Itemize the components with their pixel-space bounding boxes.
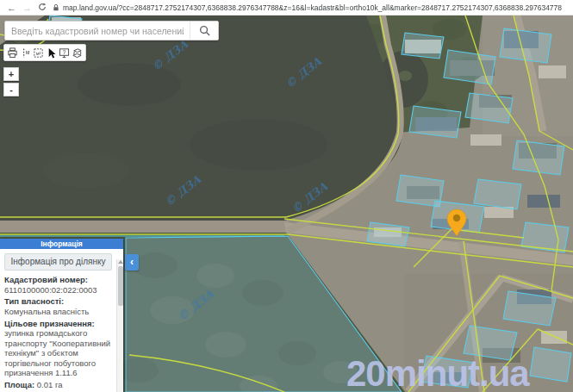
panel-scrollbar[interactable]	[116, 259, 123, 392]
field-value: Комунальна власність	[4, 307, 89, 316]
field-value: 6110100000:02:022:0003	[4, 285, 97, 295]
scroll-up-arrow[interactable]	[118, 260, 123, 264]
field-cadastral-number: Кадастровий номер: 6110100000:02:022:000…	[4, 275, 112, 295]
info-panel-body: Інформація про ділянку Кадастровий номер…	[0, 249, 123, 392]
measure-length-icon[interactable]: м	[19, 46, 32, 59]
browser-chrome: ← → map.land.gov.ua/?cc=2848717.27521743…	[0, 0, 573, 16]
select-cursor-icon[interactable]	[45, 46, 58, 59]
field-label: Цільове призначення:	[4, 319, 95, 328]
reload-icon[interactable]	[38, 0, 47, 16]
layers-polygon-icon[interactable]	[71, 46, 84, 59]
url-text: map.land.gov.ua/?cc=2848717.2752174307,6…	[63, 3, 562, 12]
info-panel: Інформація Інформація про ділянку Кадаст…	[0, 239, 123, 392]
address-bar[interactable]: map.land.gov.ua/?cc=2848717.2752174307,6…	[53, 3, 566, 12]
panel-collapse-button[interactable]: ‹	[125, 254, 139, 271]
back-icon[interactable]: ←	[7, 0, 16, 16]
dam-road	[0, 221, 289, 233]
field-label: Кадастровий номер:	[4, 275, 88, 284]
field-designated-purpose: Цільове призначення: зупинка громадськог…	[4, 319, 112, 378]
zoom-controls: + -	[3, 67, 19, 96]
field-value: 0.01 га	[37, 380, 63, 389]
field-area: Площа: 0.01 га	[4, 380, 112, 390]
search-icon	[199, 25, 210, 36]
parcel-info-title: Інформація про ділянку	[4, 253, 112, 271]
svg-text:м²: м²	[36, 51, 41, 56]
svg-text:м: м	[26, 49, 30, 55]
padlock-icon	[53, 3, 59, 12]
brand-watermark: 20minut.ua	[346, 353, 530, 392]
identify-screen-icon[interactable]: ?	[58, 46, 71, 59]
zoom-out-button[interactable]: -	[3, 83, 19, 96]
search-button[interactable]	[190, 22, 218, 40]
map-viewport[interactable]: © ДЗА © ДЗА © ДЗА © ДЗА © ДЗА 20minut.ua	[0, 16, 573, 392]
svg-text:?: ?	[63, 48, 66, 54]
zoom-in-button[interactable]: +	[3, 67, 19, 81]
field-label: Тип власності:	[4, 296, 64, 306]
map-toolbar: м м² ?	[3, 44, 86, 61]
field-label: Площа:	[4, 380, 34, 389]
search-input[interactable]	[5, 22, 190, 40]
info-panel-header[interactable]: Інформація	[0, 239, 123, 249]
printer-icon[interactable]	[6, 46, 19, 59]
page: ← → map.land.gov.ua/?cc=2848717.27521743…	[0, 0, 573, 392]
forward-icon[interactable]: →	[22, 0, 32, 16]
scrollbar-thumb[interactable]	[118, 266, 123, 306]
measure-area-icon[interactable]: м²	[32, 46, 45, 59]
search-bar	[4, 21, 219, 40]
field-value: зупинка громадського транспорту "Коопера…	[4, 328, 110, 377]
field-ownership-type: Тип власності: Комунальна власність	[4, 296, 112, 316]
